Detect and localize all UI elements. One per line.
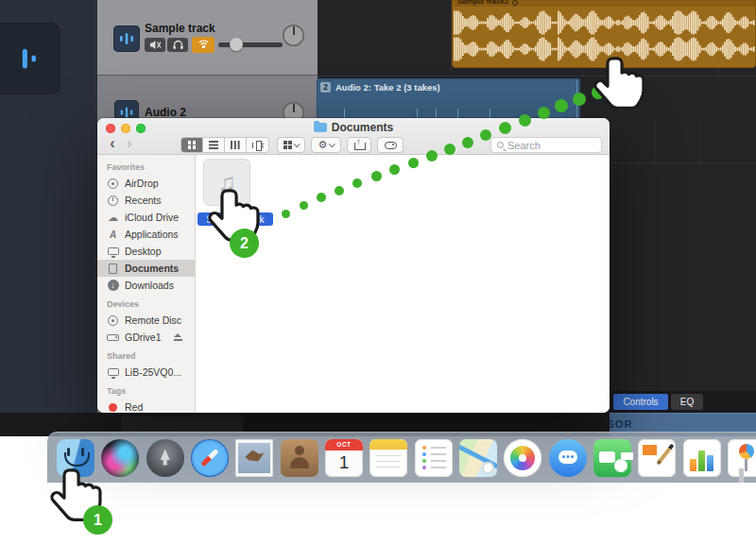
input-monitor-button[interactable] (192, 37, 215, 53)
dock-app-siri[interactable] (101, 439, 139, 477)
action-button[interactable]: ⚙ (311, 137, 341, 153)
sidebar-item-lib-25vq0[interactable]: LiB-25VQ0... (97, 364, 195, 381)
gallery-view-icon (252, 141, 264, 149)
dock-app-keynote[interactable] (728, 439, 756, 477)
dock-app-calendar[interactable]: OCT 1 (325, 439, 363, 477)
feedback-icon (198, 40, 210, 50)
applications-icon: A (106, 229, 120, 241)
dock-app-finder[interactable] (57, 439, 94, 477)
track-header-sample-track[interactable]: Sample track (97, 0, 318, 76)
grid-line (655, 123, 656, 162)
calendar-day: 1 (325, 450, 363, 475)
loop-icon (512, 0, 518, 6)
search-input[interactable]: Search (490, 137, 602, 153)
library-panel (0, 0, 97, 436)
inspector-tab-strip: Controls EQ (610, 391, 756, 413)
chevron-down-icon (329, 141, 335, 147)
sidebar-item-documents[interactable]: Documents (97, 260, 195, 277)
eject-icon[interactable] (174, 333, 182, 342)
dock-app-messages[interactable] (549, 439, 587, 477)
group-button[interactable] (277, 137, 305, 153)
sidebar-item-airdrop[interactable]: AirDrop (97, 175, 195, 192)
folder-icon (314, 123, 327, 132)
cloud-icon: ☁ (106, 212, 120, 224)
finder-content: ♫ Sample track (196, 155, 610, 413)
dock-app-contacts[interactable] (281, 439, 318, 477)
download-icon: ↓ (106, 280, 120, 292)
dock-app-notes[interactable] (369, 439, 407, 477)
share-button[interactable] (347, 137, 371, 153)
track-separator (318, 76, 756, 76)
file-sample-track[interactable]: ♫ Sample track (203, 159, 250, 206)
finder-sidebar: Favorites AirDrop Recents ☁iCloud Drive … (97, 155, 196, 413)
audio-region-sample-track[interactable]: Sample track2 (452, 0, 756, 68)
library-track-tile[interactable] (0, 23, 60, 94)
file-label: Sample track (198, 212, 273, 226)
region-header: Sample track2 (453, 0, 755, 7)
search-placeholder: Search (507, 140, 541, 151)
mute-button[interactable] (145, 38, 165, 52)
grid-line (699, 123, 700, 162)
gear-icon: ⚙ (318, 140, 328, 150)
list-view-button[interactable] (203, 138, 225, 152)
dock-app-photos[interactable] (504, 439, 541, 477)
dock-app-facetime[interactable] (593, 439, 631, 477)
window-title-text: Documents (332, 121, 393, 134)
tab-eq[interactable]: EQ (671, 394, 703, 410)
sidebar-item-label: AirDrop (125, 178, 159, 189)
drive-icon (106, 332, 120, 344)
volume-slider-thumb[interactable] (230, 38, 243, 51)
search-icon (497, 142, 504, 148)
sidebar-item-downloads[interactable]: ↓Downloads (97, 277, 195, 294)
sidebar-item-gdrive1[interactable]: GDrive1 (97, 329, 195, 346)
sidebar-item-recents[interactable]: Recents (97, 192, 195, 209)
sidebar-item-desktop[interactable]: Desktop (97, 243, 195, 260)
finder-window: Documents ‹ › ⚙ Search Favorites AirDrop… (97, 118, 610, 413)
window-header: Documents ‹ › ⚙ Search (97, 118, 610, 155)
window-title: Documents (97, 121, 610, 134)
sidebar-item-label: LiB-25VQ0... (125, 366, 181, 378)
sidebar-item-applications[interactable]: AApplications (97, 226, 195, 243)
solo-button[interactable] (167, 38, 188, 52)
dock-app-mail[interactable] (235, 439, 273, 477)
desktop-icon (106, 246, 120, 258)
sidebar-item-tag-red[interactable]: Red (97, 399, 195, 413)
mute-speaker-icon (149, 40, 162, 50)
dock-app-safari[interactable] (191, 439, 229, 477)
clock-icon (106, 195, 120, 207)
dock-app-maps[interactable] (459, 439, 497, 477)
disc-icon (106, 314, 120, 327)
back-button[interactable]: ‹ (105, 136, 120, 153)
tag-icon (385, 142, 397, 149)
region-label: Sample track2 (457, 0, 508, 6)
document-icon (106, 263, 120, 275)
sidebar-item-remote-disc[interactable]: Remote Disc (97, 312, 195, 329)
sidebar-item-label: Red (125, 401, 143, 413)
share-icon (354, 140, 364, 150)
column-view-button[interactable] (225, 138, 247, 152)
dock-app-reminders[interactable] (415, 439, 453, 477)
volume-slider[interactable] (218, 42, 283, 47)
sidebar-item-icloud-drive[interactable]: ☁iCloud Drive (97, 209, 195, 226)
dock-app-pages[interactable] (638, 439, 676, 477)
sidebar-item-label: Recents (125, 195, 162, 206)
headphones-icon (172, 40, 184, 50)
sidebar-section-shared: Shared (97, 349, 195, 364)
icon-view-button[interactable] (181, 138, 203, 152)
grid-view-icon (188, 141, 197, 149)
sidebar-section-devices: Devices (97, 298, 195, 312)
audio-region-take[interactable]: 2 Audio 2: Take 2 (3 takes) (317, 78, 580, 123)
region-label: Audio 2: Take 2 (3 takes) (335, 82, 440, 93)
tag-button[interactable] (377, 137, 404, 153)
list-view-icon (209, 141, 218, 149)
region-edge (576, 80, 577, 119)
chevron-down-icon (294, 141, 301, 147)
dock-app-launchpad[interactable] (146, 439, 184, 477)
pan-knob[interactable] (283, 25, 304, 46)
forward-button[interactable]: › (122, 136, 137, 153)
dock: OCT 1 (47, 432, 756, 483)
tab-controls[interactable]: Controls (613, 394, 668, 410)
dock-app-numbers[interactable] (683, 439, 721, 477)
track-icon (113, 26, 140, 52)
gallery-view-button[interactable] (247, 138, 268, 152)
